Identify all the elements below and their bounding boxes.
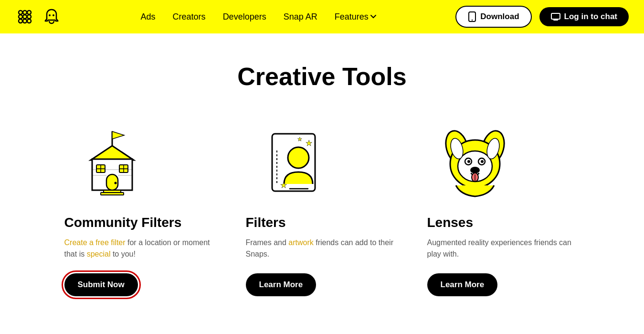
phone-icon (468, 11, 476, 22)
cards-container: Community Filters Create a free filter f… (38, 119, 606, 296)
svg-point-10 (53, 14, 54, 16)
filters-illustration: ★ ★ ★ (246, 119, 341, 205)
svg-marker-15 (112, 131, 124, 139)
svg-point-6 (19, 19, 22, 23)
svg-text:★: ★ (297, 136, 302, 142)
svg-point-3 (19, 15, 22, 19)
main-content: Creative Tools (0, 33, 644, 334)
svg-point-44 (467, 160, 470, 163)
svg-text:★: ★ (306, 139, 312, 147)
svg-point-2 (27, 11, 31, 14)
nav-item-features[interactable]: Features (335, 12, 376, 22)
svg-point-45 (481, 160, 484, 163)
monitor-icon (551, 13, 560, 21)
svg-point-35 (288, 147, 309, 168)
svg-point-9 (49, 14, 51, 16)
filters-learn-more-button[interactable]: Learn More (246, 273, 317, 296)
svg-point-4 (23, 15, 27, 19)
lenses-illustration (427, 119, 523, 205)
header: Ads Creators Developers Snap AR Features… (0, 0, 644, 33)
header-logo-area (15, 7, 61, 26)
svg-point-1 (23, 11, 27, 14)
card-community-filters: Community Filters Create a free filter f… (64, 119, 217, 296)
svg-point-46 (470, 167, 480, 173)
chevron-down-icon (370, 15, 376, 19)
nav-item-creators[interactable]: Creators (173, 12, 206, 22)
login-button[interactable]: Log in to chat (539, 7, 629, 26)
svg-text:★: ★ (280, 181, 287, 189)
main-nav: Ads Creators Developers Snap AR Features (71, 12, 446, 22)
card-filters-desc: Frames and artwork friends can add to th… (246, 237, 399, 260)
svg-point-8 (27, 19, 31, 23)
card-community-filters-title: Community Filters (64, 215, 182, 230)
card-filters: ★ ★ ★ Filters Frames and artwork friends… (246, 119, 399, 296)
nav-item-snap-ar[interactable]: Snap AR (284, 12, 317, 22)
svg-point-5 (27, 15, 31, 19)
svg-point-19 (114, 182, 116, 184)
community-filters-illustration (64, 119, 160, 205)
svg-point-12 (472, 20, 473, 21)
nav-item-ads[interactable]: Ads (141, 12, 156, 22)
download-button[interactable]: Download (455, 6, 531, 28)
card-lenses-title: Lenses (427, 215, 474, 230)
snapchat-ghost-icon[interactable] (42, 7, 61, 26)
submit-now-button[interactable]: Submit Now (64, 273, 138, 296)
svg-marker-16 (91, 146, 134, 160)
card-filters-title: Filters (246, 215, 286, 230)
card-lenses: Lenses Augmented reality experiences fri… (427, 119, 580, 296)
card-community-filters-desc: Create a free filter for a location or m… (64, 237, 217, 260)
nav-item-developers[interactable]: Developers (223, 12, 266, 22)
svg-point-7 (23, 19, 27, 23)
svg-rect-30 (101, 193, 124, 195)
svg-point-0 (19, 11, 22, 14)
page-title: Creative Tools (38, 62, 606, 91)
grid-icon[interactable] (15, 7, 34, 26)
header-actions: Download Log in to chat (455, 6, 629, 28)
card-lenses-desc: Augmented reality experiences friends ca… (427, 237, 580, 260)
svg-rect-13 (551, 13, 560, 19)
lenses-learn-more-button[interactable]: Learn More (427, 273, 498, 296)
